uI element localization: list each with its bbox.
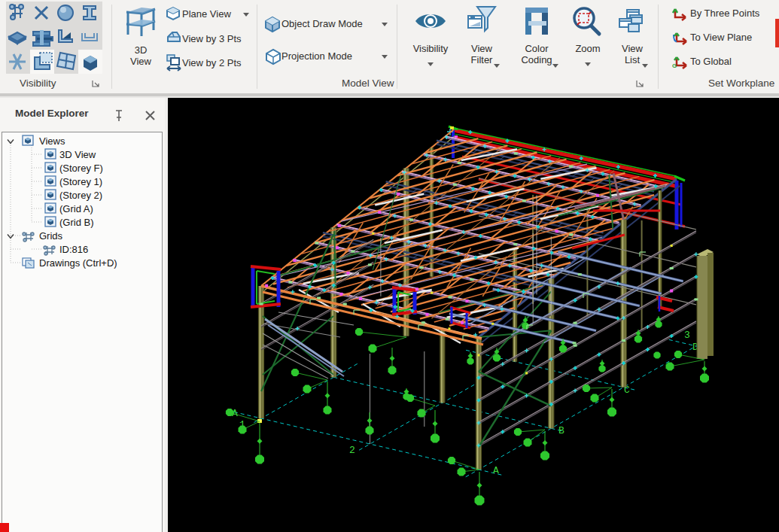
svg-text:B: B [558,425,564,436]
svg-text:3: 3 [684,330,690,341]
svg-text:G: G [672,62,677,69]
svg-text:2: 2 [349,445,355,456]
svg-text:A: A [493,465,499,476]
